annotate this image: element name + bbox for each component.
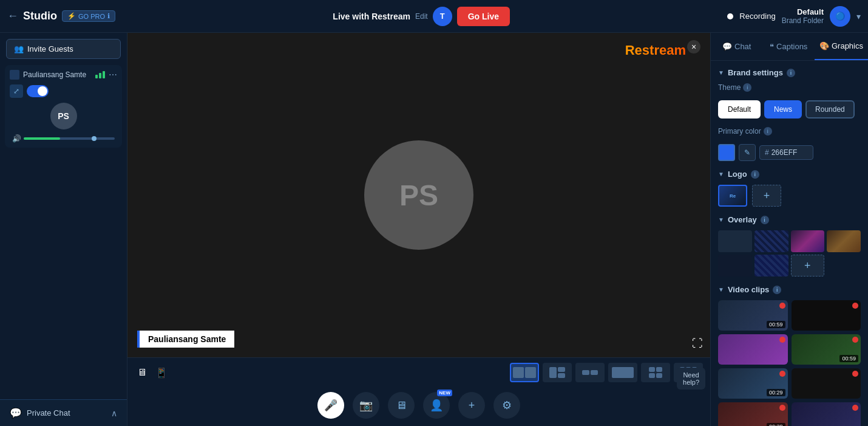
video-clips-toggle[interactable]: ▼ <box>718 286 724 293</box>
camera-button[interactable]: 📷 <box>353 392 379 419</box>
overlay-thumb-4[interactable] <box>827 230 861 252</box>
theme-news-button[interactable]: News <box>764 100 802 119</box>
expand-button[interactable]: ▾ <box>856 12 861 21</box>
brand-settings-info-icon[interactable]: i <box>787 69 795 77</box>
add-button[interactable]: + <box>458 392 485 419</box>
invite-guests-button[interactable]: 👥 Invite Guests <box>6 39 121 59</box>
need-help-button[interactable]: Needhelp? <box>677 368 705 390</box>
signal-bar-2 <box>99 73 101 78</box>
color-hex-input[interactable] <box>771 148 808 157</box>
mobile-view-button[interactable]: 📱 <box>153 365 170 381</box>
user-avatar-top[interactable]: T <box>433 7 452 26</box>
brand-settings-toggle[interactable]: ▼ <box>718 69 724 76</box>
add-guest-button[interactable]: 👤 NEW <box>423 392 450 419</box>
video-clip-8[interactable] <box>792 402 861 426</box>
layout-option-4[interactable] <box>608 363 637 382</box>
close-preview-button[interactable]: × <box>687 40 700 53</box>
video-clip-6[interactable] <box>792 368 861 399</box>
video-record-icon-2 <box>852 303 858 309</box>
theme-row: Theme i <box>718 83 861 92</box>
video-record-icon-5 <box>779 371 785 377</box>
video-clip-3[interactable] <box>718 334 788 365</box>
theme-rounded-button[interactable]: Rounded <box>805 100 855 119</box>
audio-bar: 🔊 <box>10 134 117 143</box>
right-content: ▼ Brand settings i Theme i Default News … <box>711 61 868 426</box>
chevron-up-icon: ∧ <box>111 408 117 418</box>
private-chat-bar[interactable]: 💬 Private Chat ∧ <box>0 399 127 426</box>
recording-label: Recording <box>739 12 775 21</box>
guest-platform-icon <box>10 70 19 80</box>
mic-button[interactable]: 🎤 <box>317 392 344 419</box>
overlay-thumb-6[interactable] <box>754 255 788 277</box>
color-controls: ✎ # <box>718 144 861 161</box>
tab-chat[interactable]: 💬 Chat <box>711 33 762 60</box>
layout-box-2b1 <box>558 367 565 372</box>
settings-button[interactable]: ⚙ <box>493 392 520 419</box>
theme-info-icon[interactable]: i <box>743 83 751 92</box>
logo-info-icon[interactable]: i <box>751 170 759 179</box>
layout-box-4 <box>612 367 634 378</box>
more-button[interactable]: ⋯ <box>109 70 117 80</box>
tab-graphics[interactable]: 🎨 Graphics <box>815 33 868 60</box>
logo-toggle[interactable]: ▼ <box>718 171 724 177</box>
fullscreen-button[interactable]: ⛶ <box>692 337 703 350</box>
topbar: ← Studio ⚡ GO PRO ℹ Live with Restream E… <box>0 0 868 33</box>
color-swatch[interactable] <box>718 144 735 161</box>
layout-box-3a <box>582 370 589 375</box>
color-edit-button[interactable]: ✎ <box>739 144 756 161</box>
tab-captions[interactable]: ❝ Captions <box>762 33 814 60</box>
topbar-left: ← Studio ⚡ GO PRO ℹ <box>7 10 115 22</box>
layout-option-3[interactable] <box>575 363 605 382</box>
profile-button[interactable]: 🔵 <box>830 6 850 27</box>
overlay-thumb-3[interactable] <box>791 230 825 252</box>
overlay-thumb-2[interactable] <box>754 230 788 252</box>
video-duration-1: 00:59 <box>767 321 785 328</box>
go-live-button[interactable]: Go Live <box>457 7 510 26</box>
gopro-label: GO PRO <box>78 13 105 20</box>
logo-thumbnail[interactable]: Re <box>718 185 747 207</box>
invite-icon: 👥 <box>14 44 24 53</box>
screen-share-button[interactable]: 🖥 <box>388 392 415 419</box>
video-clip-2[interactable] <box>792 300 861 331</box>
expand-guest-button[interactable]: ⤢ <box>10 84 23 98</box>
studio-title: Studio <box>23 10 57 22</box>
logo-add-button[interactable]: + <box>752 185 781 207</box>
layout-option-1[interactable] <box>510 363 539 382</box>
audio-handle <box>92 136 97 141</box>
video-clips-info-icon[interactable]: i <box>773 286 781 294</box>
video-record-icon-6 <box>852 371 858 377</box>
graphics-icon: 🎨 <box>819 41 829 50</box>
overlay-section: ▼ Overlay i + <box>718 215 861 277</box>
theme-default-button[interactable]: Default <box>718 100 761 119</box>
brand-settings-label: Brand settings <box>728 68 783 77</box>
logo-section: ▼ Logo i Re + <box>718 170 861 207</box>
video-clip-5[interactable]: 00:29 <box>718 368 788 399</box>
overlay-toggle[interactable]: ▼ <box>718 216 724 223</box>
back-button[interactable]: ← <box>7 10 18 22</box>
theme-options: Default News Rounded <box>718 100 861 119</box>
overlay-info-icon[interactable]: i <box>761 216 769 224</box>
edit-link[interactable]: Edit <box>415 12 428 21</box>
overlay-label: Overlay <box>728 215 757 224</box>
theme-label: Theme i <box>718 83 751 92</box>
guest-toggle[interactable] <box>27 85 49 97</box>
overlay-add-button[interactable]: + <box>791 255 825 277</box>
gopro-badge[interactable]: ⚡ GO PRO ℹ <box>62 10 115 22</box>
guest-avatar: PS <box>50 103 77 129</box>
captions-label: Captions <box>776 42 807 51</box>
layout-option-2[interactable] <box>543 363 572 382</box>
overlay-thumb-1[interactable] <box>718 230 752 252</box>
layout-box-1a <box>513 367 524 378</box>
overlay-thumb-5[interactable] <box>718 255 752 277</box>
toggle-knob <box>38 86 47 96</box>
recording-indicator <box>727 13 733 19</box>
color-info-icon[interactable]: i <box>764 127 772 136</box>
audio-progress[interactable] <box>24 137 115 140</box>
video-clip-4[interactable]: 00:59 <box>792 334 861 365</box>
color-row: Primary color i <box>718 127 861 136</box>
desktop-view-button[interactable]: 🖥 <box>135 365 149 381</box>
video-clip-1[interactable]: 00:59 <box>718 300 788 331</box>
layout-option-5[interactable] <box>641 363 670 382</box>
chat-icon: 💬 <box>722 42 732 51</box>
video-clip-7[interactable]: 00:38 <box>718 402 788 426</box>
